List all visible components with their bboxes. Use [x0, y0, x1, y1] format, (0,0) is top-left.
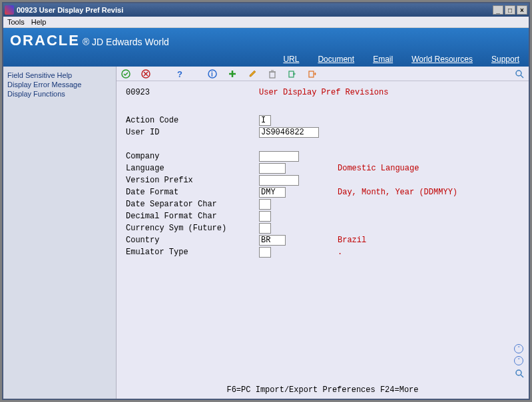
svg-text:i: i: [211, 71, 213, 78]
search-icon[interactable]: [514, 69, 525, 79]
desc-country: Brazil: [326, 236, 366, 245]
sidebar: Field Sensitive Help Display Error Messa…: [3, 67, 117, 399]
input-country[interactable]: [259, 235, 286, 246]
close-button[interactable]: ×: [517, 5, 527, 15]
app-window: 00923 User Display Pref Revisi _ □ × Too…: [2, 2, 530, 400]
app-icon: [5, 5, 14, 15]
input-currency-sym[interactable]: [259, 223, 271, 234]
sidebar-item-functions[interactable]: Display Functions: [7, 89, 112, 99]
window-controls: _ □ ×: [493, 5, 527, 15]
link-url[interactable]: URL: [283, 55, 299, 64]
sidebar-item-field-help[interactable]: Field Sensitive Help: [7, 71, 112, 80]
svg-rect-7: [309, 71, 314, 77]
label-company: Company: [126, 152, 259, 161]
delete-icon[interactable]: [267, 69, 278, 79]
titlebar: 00923 User Display Pref Revisi _ □ ×: [3, 3, 529, 17]
toolbar: ? i: [117, 67, 529, 81]
search-icon-bottom[interactable]: [514, 368, 525, 379]
page-code: 00923: [126, 88, 259, 97]
window-title: 00923 User Display Pref Revisi: [17, 6, 493, 14]
export-icon[interactable]: [307, 69, 318, 79]
label-user-id: User ID: [126, 128, 259, 137]
label-date-format: Date Format: [126, 188, 259, 197]
input-emulator-type[interactable]: [259, 247, 271, 258]
add-icon[interactable]: [227, 69, 238, 79]
product-name: ® JD Edwards World: [83, 37, 169, 47]
menubar: Tools Help: [3, 17, 529, 28]
input-user-id[interactable]: [259, 127, 319, 138]
page-title: User Display Pref Revisions: [259, 88, 388, 97]
footer-hint: F6=PC Import/Export Preferences F24=More: [117, 383, 529, 399]
ok-icon[interactable]: [121, 69, 131, 79]
cancel-icon[interactable]: [140, 69, 151, 79]
banner: ORACLE® JD Edwards World URL Document Em…: [3, 28, 529, 67]
label-country: Country: [126, 236, 259, 245]
scroll-down-icon[interactable]: ˅: [514, 356, 523, 365]
maximize-button[interactable]: □: [505, 5, 515, 15]
info-icon[interactable]: i: [207, 69, 218, 79]
scroll-up-icon[interactable]: ˄: [514, 344, 523, 353]
menu-tools[interactable]: Tools: [7, 18, 25, 26]
svg-point-8: [516, 71, 521, 76]
banner-links: URL Document Email World Resources Suppo…: [283, 55, 519, 64]
link-support[interactable]: Support: [491, 55, 519, 64]
label-action-code: Action Code: [126, 116, 259, 125]
input-date-format[interactable]: [259, 187, 286, 198]
link-email[interactable]: Email: [373, 55, 393, 64]
link-document[interactable]: Document: [318, 55, 354, 64]
edit-icon[interactable]: [247, 69, 258, 79]
input-decimal-fmt[interactable]: [259, 211, 271, 222]
main: ? i 00923 User Display Pref Revisions Ac…: [117, 67, 529, 399]
body: Field Sensitive Help Display Error Messa…: [3, 67, 529, 399]
label-decimal-fmt: Decimal Format Char: [126, 212, 259, 221]
svg-rect-6: [289, 71, 294, 77]
svg-rect-5: [270, 72, 275, 78]
right-side-icons: ˄ ˅: [514, 344, 525, 379]
form: 00923 User Display Pref Revisions Action…: [117, 81, 529, 383]
input-date-sep[interactable]: [259, 199, 271, 210]
label-emulator-type: Emulator Type: [126, 248, 259, 257]
sidebar-item-error-msg[interactable]: Display Error Message: [7, 80, 112, 89]
product-name-text: JD Edwards World: [92, 37, 169, 47]
help-icon[interactable]: ?: [174, 69, 184, 79]
svg-point-9: [516, 370, 521, 375]
input-language[interactable]: [259, 163, 286, 174]
label-date-sep: Date Separator Char: [126, 200, 259, 209]
input-company[interactable]: [259, 151, 299, 162]
import-icon[interactable]: [287, 69, 298, 79]
input-action-code[interactable]: [259, 115, 271, 126]
minimize-button[interactable]: _: [493, 5, 503, 15]
oracle-logo: ORACLE: [10, 32, 80, 49]
link-resources[interactable]: World Resources: [411, 55, 473, 64]
label-currency-sym: Currency Sym (Future): [126, 224, 259, 233]
label-language: Language: [126, 164, 259, 173]
menu-help[interactable]: Help: [31, 18, 47, 26]
desc-emulator-type: .: [326, 248, 342, 257]
desc-language: Domestic Language: [326, 164, 419, 173]
svg-text:?: ?: [177, 69, 182, 79]
desc-date-format: Day, Month, Year (DDMMYY): [326, 188, 457, 197]
input-version-prefix[interactable]: [259, 175, 299, 186]
label-version-prefix: Version Prefix: [126, 176, 259, 185]
